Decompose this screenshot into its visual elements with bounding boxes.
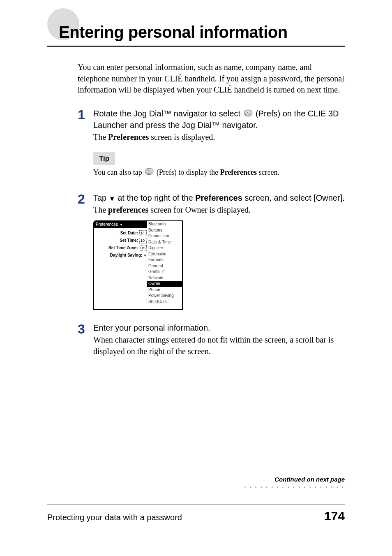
intro-paragraph: You can enter personal information, such… xyxy=(78,62,345,96)
title-rule xyxy=(47,46,345,47)
fig-dropdown-menu[interactable]: BluetoothButtonsConnectionDate & TimeDig… xyxy=(147,221,182,305)
set-time-label: Set Time: xyxy=(96,238,138,243)
menu-item[interactable]: Digitizer xyxy=(147,245,182,251)
prefs-icon xyxy=(244,109,253,120)
step-3-number: 3 xyxy=(78,322,93,357)
fig-header-title-bar[interactable]: Preferences ▼ xyxy=(94,221,148,228)
step-1: 1 Rotate the Jog Dial™ navigator to sele… xyxy=(78,108,345,181)
svg-point-0 xyxy=(244,110,252,116)
step-1-sub-bold: Preferences xyxy=(108,132,149,141)
step-2-instruction: Tap ▼ at the top right of the Preference… xyxy=(93,192,345,204)
step-1-sub-a: The xyxy=(93,132,108,141)
set-date-value[interactable]: 1/ xyxy=(139,230,147,236)
step-2-instr-a: Tap xyxy=(93,193,109,202)
fig-body: Set Date: 1/ Set Time: 10 Set Time Zone:… xyxy=(94,228,148,261)
menu-item[interactable]: General xyxy=(147,263,182,269)
footer-section-title: Protecting your data with a password xyxy=(47,513,182,522)
step-1-instruction: Rotate the Jog Dial™ navigator to select… xyxy=(93,108,345,131)
tip-a: You can also tap xyxy=(93,168,144,176)
fig-row-set-time: Set Time: 10 xyxy=(95,237,147,244)
step-1-sub-b: screen is displayed. xyxy=(149,132,215,141)
step-1-instr-a: Rotate the Jog Dial™ navigator to select xyxy=(93,109,243,118)
tip-bold: Preferences xyxy=(220,168,257,176)
svg-point-1 xyxy=(247,112,248,113)
tip-text: You can also tap (Prefs) to display the … xyxy=(93,167,345,178)
continued-dots: • • • • • • • • • • • • • • • • • • • xyxy=(244,484,345,491)
menu-item[interactable]: Buttons xyxy=(147,227,182,234)
page-number: 174 xyxy=(324,509,345,523)
title-block: Entering personal information xyxy=(47,16,345,47)
step-2-sub-b: screen for Owner is displayed. xyxy=(148,205,251,214)
menu-item[interactable]: Bluetooth xyxy=(147,221,182,227)
menu-item[interactable]: Power Saving xyxy=(147,293,182,299)
set-date-label: Set Date: xyxy=(96,230,138,236)
menu-item[interactable]: Graffiti 2 xyxy=(147,269,182,275)
menu-item[interactable]: Connection xyxy=(147,233,182,239)
tip-label: Tip xyxy=(93,152,115,165)
prefs-icon xyxy=(145,168,154,178)
down-arrow-icon: ▼ xyxy=(109,195,115,204)
menu-item[interactable]: Formats xyxy=(147,257,182,263)
step-2-sub-a: The xyxy=(93,205,108,214)
menu-item[interactable]: Owner xyxy=(147,281,182,287)
fig-row-dst: Daylight Saving: ▼ xyxy=(95,252,147,259)
tip-block: Tip You can also tap (Prefs) to display … xyxy=(93,152,345,178)
menu-item[interactable]: Date & Time xyxy=(147,239,182,246)
set-tz-label: Set Time Zone: xyxy=(96,245,138,251)
dst-label: Daylight Saving: xyxy=(100,253,142,258)
menu-item[interactable]: Extension xyxy=(147,251,182,257)
fig-row-set-date: Set Date: 1/ xyxy=(95,229,147,237)
step-2-instr-c: screen, and select [Owner]. xyxy=(242,193,345,202)
step-2-sub: The preferences screen for Owner is disp… xyxy=(93,204,345,216)
svg-point-2 xyxy=(145,168,153,175)
step-2-number: 2 xyxy=(78,192,93,310)
step-2-body: Tap ▼ at the top right of the Preference… xyxy=(93,192,345,310)
menu-item[interactable]: Network xyxy=(147,275,182,281)
dropdown-arrow-icon: ▼ xyxy=(120,222,123,227)
footer-rule xyxy=(47,505,345,505)
step-3: 3 Enter your personal information. When … xyxy=(78,322,345,357)
step-3-instruction: Enter your personal information. xyxy=(93,322,345,334)
fig-row-set-tz: Set Time Zone: US xyxy=(95,244,147,252)
step-2-instr-b: at the top right of the xyxy=(115,193,196,202)
step-3-sub: When character strings entered do not fi… xyxy=(93,334,345,357)
tip-c: screen. xyxy=(257,168,279,176)
set-time-value[interactable]: 10 xyxy=(139,238,147,243)
step-1-body: Rotate the Jog Dial™ navigator to select… xyxy=(93,108,345,181)
menu-item[interactable]: ShortCuts xyxy=(147,299,182,305)
continued-block: Continued on next page • • • • • • • • •… xyxy=(244,476,345,491)
page-title: Entering personal information xyxy=(59,16,345,42)
preferences-screenshot: Preferences ▼ Set Date: 1/ Set Time: 10 … xyxy=(93,220,183,310)
step-3-body: Enter your personal information. When ch… xyxy=(93,322,345,357)
continued-label: Continued on next page xyxy=(244,476,345,483)
step-2-sub-bold: preferences xyxy=(108,205,148,214)
step-1-sub: The Preferences screen is displayed. xyxy=(93,132,345,143)
step-1-number: 1 xyxy=(78,108,93,181)
footer-row: Protecting your data with a password 174 xyxy=(47,509,345,523)
svg-point-3 xyxy=(148,170,149,171)
dst-dropdown-icon[interactable]: ▼ xyxy=(143,253,147,258)
fig-header-title: Preferences xyxy=(96,222,118,227)
set-tz-value[interactable]: US xyxy=(139,245,147,251)
step-2: 2 Tap ▼ at the top right of the Preferen… xyxy=(78,192,345,310)
step-2-instr-bold: Preferences xyxy=(195,193,242,202)
menu-item[interactable]: Phone xyxy=(147,287,182,293)
footer: Protecting your data with a password 174 xyxy=(47,505,345,523)
tip-b: (Prefs) to display the xyxy=(157,168,220,176)
